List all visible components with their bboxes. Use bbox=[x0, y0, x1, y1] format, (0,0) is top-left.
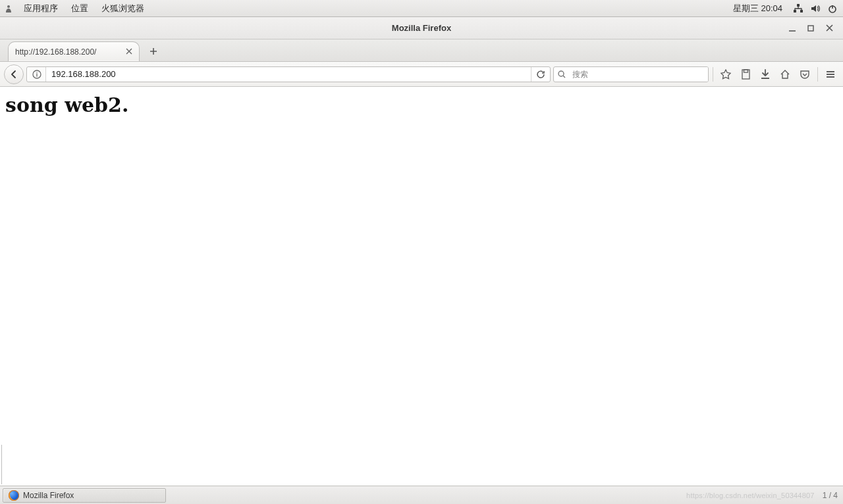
power-icon[interactable] bbox=[826, 0, 839, 16]
window-minimize-button[interactable] bbox=[788, 24, 797, 33]
panel-clock[interactable]: 星期三 20:04 bbox=[728, 3, 788, 14]
search-icon bbox=[554, 70, 570, 78]
taskbar-app-firefox[interactable]: Mozilla Firefox bbox=[3, 488, 166, 503]
hamburger-menu-button[interactable] bbox=[822, 66, 839, 83]
svg-point-6 bbox=[558, 71, 564, 76]
menu-firefox-label: 火狐浏览器 bbox=[101, 3, 144, 14]
bookmarks-list-button[interactable] bbox=[737, 66, 754, 83]
window-title: Mozilla Firefox bbox=[392, 23, 451, 33]
page-heading: song web2. bbox=[5, 93, 838, 116]
identity-info-icon[interactable] bbox=[28, 66, 45, 82]
url-bar[interactable] bbox=[26, 66, 551, 82]
desktop-top-panel: 应用程序 位置 火狐浏览器 星期三 20:04 bbox=[0, 0, 843, 17]
tab-strip: http://192.168.188.200/ bbox=[0, 39, 843, 62]
search-bar[interactable] bbox=[553, 66, 709, 82]
svg-rect-1 bbox=[794, 10, 796, 13]
new-tab-button[interactable] bbox=[145, 43, 162, 59]
firefox-icon bbox=[9, 490, 19, 501]
svg-rect-8 bbox=[744, 70, 748, 72]
page-counter: 1 / 4 bbox=[823, 491, 838, 500]
menu-places-label: 位置 bbox=[71, 3, 88, 14]
network-icon[interactable] bbox=[792, 0, 805, 16]
menu-places[interactable]: 位置 bbox=[65, 0, 95, 16]
menu-firefox[interactable]: 火狐浏览器 bbox=[95, 0, 151, 16]
page-content: song web2. bbox=[0, 87, 843, 486]
firefox-window: Mozilla Firefox http://192.168.188.200/ bbox=[0, 17, 843, 486]
home-button[interactable] bbox=[776, 66, 794, 83]
tab-close-button[interactable] bbox=[126, 47, 132, 56]
menu-applications[interactable]: 应用程序 bbox=[17, 0, 65, 16]
reload-button[interactable] bbox=[531, 67, 550, 82]
svg-rect-2 bbox=[800, 10, 803, 13]
menu-applications-label: 应用程序 bbox=[24, 3, 58, 14]
navigation-toolbar bbox=[0, 62, 843, 87]
pocket-button[interactable] bbox=[796, 66, 813, 83]
browser-tab[interactable]: http://192.168.188.200/ bbox=[8, 41, 140, 61]
window-titlebar[interactable]: Mozilla Firefox bbox=[0, 17, 843, 39]
watermark-text: https://blog.csdn.net/weixin_50344807 bbox=[686, 491, 815, 499]
back-button[interactable] bbox=[4, 64, 24, 84]
search-input[interactable] bbox=[570, 67, 708, 82]
svg-rect-7 bbox=[742, 70, 749, 79]
activities-icon[interactable] bbox=[4, 4, 13, 13]
desktop-bottom-panel: Mozilla Firefox https://blog.csdn.net/we… bbox=[0, 486, 843, 504]
window-close-button[interactable] bbox=[825, 24, 834, 33]
bookmark-star-button[interactable] bbox=[717, 66, 734, 83]
window-maximize-button[interactable] bbox=[806, 24, 815, 33]
window-resize-handle[interactable] bbox=[1, 445, 4, 484]
url-input[interactable] bbox=[46, 67, 531, 82]
downloads-button[interactable] bbox=[757, 66, 774, 83]
taskbar-app-label: Mozilla Firefox bbox=[23, 491, 74, 500]
svg-rect-0 bbox=[797, 4, 800, 7]
svg-rect-4 bbox=[808, 26, 813, 31]
volume-icon[interactable] bbox=[809, 0, 822, 16]
tab-title: http://192.168.188.200/ bbox=[15, 47, 96, 57]
